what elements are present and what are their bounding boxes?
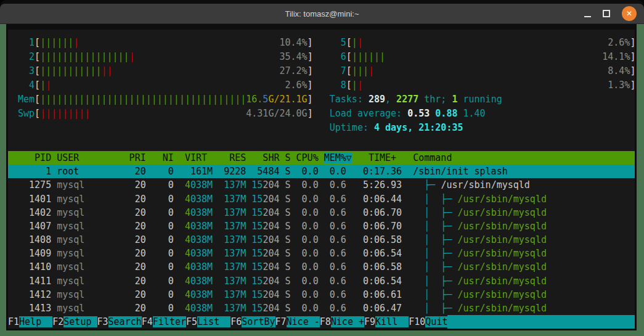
fkey-kill[interactable]: F9Kill — [364, 315, 409, 329]
state-cpu-mem-cells: S 0.0 0.6 — [279, 221, 346, 232]
swap-bar-red: ||||||||| — [40, 108, 90, 119]
fkey-label: Filter — [153, 316, 186, 327]
fkey-label: Setup — [63, 316, 97, 327]
cpu-percent: 2.6% — [285, 80, 307, 91]
pid-cell: 1408 — [18, 234, 57, 245]
shr-cell: 15 — [251, 248, 263, 259]
state-cpu-mem-cells: S 0.0 0.6 — [279, 261, 346, 272]
tree-branch: │ ├─ — [413, 207, 457, 218]
process-row-1275[interactable]: 1275 mysql 20 0 4038M 137M 15204 S 0.0 0… — [8, 178, 635, 192]
user-cell: mysql — [57, 194, 129, 205]
time-cell: 0:06.58 — [346, 234, 402, 245]
process-row-1408[interactable]: 1408 mysql 20 0 4038M 137M 15204 S 0.0 0… — [8, 233, 635, 247]
tree-branch: │ ├─ — [413, 234, 457, 245]
uptime-value: 4 days, 21:20:35 — [374, 122, 463, 133]
load-5min: 0.88 — [435, 108, 457, 119]
fkey-list[interactable]: F5List — [186, 315, 230, 329]
fkey-label: Help — [19, 316, 52, 327]
command-cell: /usr/sbin/mysqld — [441, 179, 530, 191]
process-row-selected[interactable]: 1 root 20 0 161M 9228 5484 S 0.0 0.0 0:1… — [8, 165, 635, 178]
user-cell: mysql — [57, 248, 129, 259]
fkey-nice-plus[interactable]: F8Nice + — [320, 315, 364, 329]
fkey-nice-minus[interactable]: F7Nice - — [275, 315, 320, 329]
cpu-bar-green: | — [352, 80, 357, 91]
tree-branch: │ ├─ — [413, 194, 457, 205]
time-cell: 0:06.70 — [346, 221, 402, 232]
window-title: Tilix: tomasz@mini:~ — [285, 9, 359, 18]
process-row-1402[interactable]: 1402 mysql 20 0 4038M 137M 15204 S 0.0 0… — [8, 206, 635, 219]
process-row-1410[interactable]: 1410 mysql 20 0 4038M 137M 15204 S 0.0 0… — [8, 260, 635, 274]
table-header[interactable]: PID USER PRI NI VIRT RES SHR S CPU% MEM%… — [8, 151, 635, 165]
user-cell: mysql — [57, 234, 129, 245]
state-cpu-mem-cells: S 0.0 0.6 — [279, 194, 346, 205]
process-row-1401[interactable]: 1401 mysql 20 0 4038M 137M 15204 S 0.0 0… — [8, 192, 635, 206]
session-border: 1[||||||| 10.4%] 5[|| 2.6%] 2[||||||||||… — [0, 24, 644, 336]
fkey-number: F6 — [230, 316, 242, 327]
terminal-frame: 1[||||||| 10.4%] 5[|| 2.6%] 2[||||||||||… — [6, 24, 637, 330]
window-controls: ✕ — [584, 4, 637, 23]
process-row-1412[interactable]: 1412 mysql 20 0 4038M 137M 15204 S 0.0 0… — [8, 288, 635, 301]
fkey-number: F10 — [409, 316, 425, 327]
cpu-meter-row-3: 3[||||||||||||| 27.2%] 7[|||| 8.4%] — [8, 64, 635, 78]
fkey-label: List — [197, 316, 230, 327]
command-cell: /usr/sbin/mysqld — [457, 248, 547, 259]
htop-terminal[interactable]: 1[||||||| 10.4%] 5[|| 2.6%] 2[||||||||||… — [8, 30, 635, 329]
tasks-count: 289 — [369, 94, 385, 105]
shr-cell: 15 — [251, 261, 263, 272]
command-cell: /usr/sbin/mysqld — [457, 207, 547, 218]
res-cell: 137M — [224, 207, 246, 218]
cpu-meter-5: 5[|| 2.6%] — [330, 37, 636, 48]
tilix-window: Tilix: tomasz@mini:~ ✕ 1[||||||| 10.4%] … — [0, 0, 644, 336]
process-row-1407[interactable]: 1407 mysql 20 0 4038M 137M 15204 S 0.0 0… — [8, 219, 635, 233]
tree-branch: │ ├─ — [413, 248, 457, 259]
res-cell: 137M — [224, 289, 246, 300]
cpu-percent: 2.6% — [608, 37, 630, 48]
shr-cell: 15 — [251, 194, 263, 205]
maximize-icon[interactable] — [603, 10, 610, 17]
command-cell: /usr/sbin/mysqld — [457, 194, 547, 205]
titlebar[interactable]: Tilix: tomasz@mini:~ ✕ — [0, 4, 644, 24]
cpu-meter-1: 1[||||||| 10.4%] — [18, 37, 313, 48]
fkey-sortby[interactable]: F6SortBy — [230, 315, 275, 329]
fkey-label: Search — [108, 316, 142, 327]
user-cell: mysql — [57, 179, 129, 191]
shr-cell: 15 — [251, 234, 263, 245]
cpu-meter-4: 4[|| 2.6%] — [18, 80, 313, 91]
time-cell: 0:06.44 — [346, 194, 402, 205]
minimize-icon[interactable] — [584, 16, 591, 17]
fkey-quit[interactable]: F10Quit — [409, 315, 447, 329]
fkey-help[interactable]: F1Help — [8, 315, 52, 329]
fkey-number: F9 — [364, 316, 375, 327]
virt-cell: 4 — [185, 248, 190, 259]
pid-cell: 1275 — [18, 179, 57, 191]
pid-cell: 1402 — [18, 207, 57, 218]
state-cpu-mem-cells: S 0.0 0.6 — [279, 248, 346, 259]
cpu-bar-green: ||||||||||| — [40, 65, 101, 76]
pid-cell: 1412 — [18, 289, 57, 300]
cpu-meter-row-1: 1[||||||| 10.4%] 5[|| 2.6%] — [8, 36, 635, 50]
user-cell: mysql — [57, 261, 129, 272]
fkey-number: F3 — [97, 316, 108, 327]
fkey-setup[interactable]: F2Setup — [52, 315, 97, 329]
fkey-filter[interactable]: F4Filter — [142, 315, 186, 329]
virt-cell: 4 — [185, 221, 190, 232]
process-row-1413[interactable]: 1413 mysql 20 0 4038M 137M 15204 S 0.0 0… — [8, 301, 635, 315]
process-row-1411[interactable]: 1411 mysql 20 0 4038M 137M 15204 S 0.0 0… — [8, 274, 635, 288]
cpu-bar-red: | — [129, 51, 135, 62]
close-icon[interactable]: ✕ — [622, 6, 637, 21]
cpu-percent: 14.1% — [602, 51, 630, 62]
command-cell: /usr/sbin/mysqld — [457, 261, 547, 272]
cpu-meter-6: 6[|||||| 14.1%] — [330, 51, 636, 62]
fkey-label: Quit — [425, 316, 447, 327]
virt-cell: 4 — [185, 289, 190, 300]
virt-cell: 4 — [185, 207, 190, 218]
process-row-1409[interactable]: 1409 mysql 20 0 4038M 137M 15204 S 0.0 0… — [8, 247, 635, 260]
fkey-search[interactable]: F3Search — [97, 315, 142, 329]
fkey-label: Nice - — [287, 316, 320, 327]
shr-cell: 15 — [251, 221, 263, 232]
virt-cell: 4 — [185, 194, 190, 205]
fkey-label: SortBy — [242, 316, 275, 327]
time-cell: 0:06.58 — [346, 261, 402, 272]
shr-cell: 15 — [251, 289, 263, 300]
cpu-percent: 35.4% — [279, 51, 307, 62]
